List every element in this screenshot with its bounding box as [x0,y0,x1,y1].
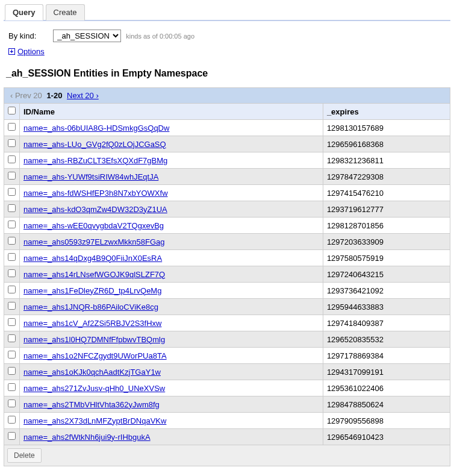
table-row: name=_ahs14rLNsefWGOJK9qlSLZF7Q129724064… [4,266,450,283]
row-checkbox[interactable] [8,269,16,277]
expires-value: 1297415476210 [323,185,450,201]
tab-query[interactable]: Query [5,4,43,20]
row-checkbox[interactable] [8,432,16,440]
table-row: name=_ahs1l0HQ7DMNfFfpbwvTBQmlg129652083… [4,331,450,348]
kinds-meta: kinds as of 0:00:05 ago [126,33,194,40]
kind-label: By kind: [8,31,36,40]
entity-link[interactable]: name=_ahs1JNQR-b86PAiloCViKe8cg [23,302,158,312]
table-row: name=_ahs1cV_Af2ZSi5RBJV2S3fHxw129741840… [4,315,450,331]
table-row: name=_ahs14qDxg4B9Q0FiiJnX0EsRA129758057… [4,250,450,266]
entity-link[interactable]: name=_ahs14qDxg4B9Q0FiiJnX0EsRA [23,254,162,263]
kind-select[interactable]: _ah_SESSION [53,30,121,42]
entity-link[interactable]: name=_ahs-wEE0qvygbdaV2TQgxevBg [23,221,164,230]
row-checkbox[interactable] [8,399,16,407]
tab-create[interactable]: Create [46,4,85,20]
table-row: name=_ahs0593z97ELzwxMkkn58FGag129720363… [4,234,450,250]
entities-table: ID/Name _expires name=_ahs-06bUIA8G-HDSm… [4,103,450,445]
delete-button[interactable]: Delete [7,448,42,463]
pager-next[interactable]: Next 20 › [67,91,99,100]
row-checkbox[interactable] [8,188,16,196]
query-section: By kind: _ah_SESSION kinds as of 0:00:05… [4,21,450,62]
table-row: name=_ahs-wEE0qvygbdaV2TQgxevBg129812870… [4,218,450,234]
expires-value: 1298321236811 [323,152,450,169]
expires-value: 1293736421092 [323,283,450,299]
expires-value: 1297909556898 [323,413,450,429]
row-checkbox[interactable] [8,416,16,424]
footer-bar: Delete [4,445,450,466]
expires-value: 1298130157689 [323,120,450,136]
entity-link[interactable]: name=_ahs-fdWSHfEP3h8N7xbYOWXfw [23,189,168,198]
entity-link[interactable]: name=_ahs14rLNsefWGOJK9qlSLZF7Q [23,270,165,279]
expires-value: 1297203633909 [323,234,450,250]
expires-value: 1294317099191 [323,364,450,380]
row-checkbox[interactable] [8,123,16,131]
row-checkbox[interactable] [8,237,16,245]
table-row: name=_ahs-fdWSHfEP3h8N7xbYOWXfw129741547… [4,185,450,201]
table-row: name=_ahs1FeDleyZR6D_tp4LrvQeMg129373642… [4,283,450,299]
expires-value: 1297418409387 [323,315,450,331]
entity-link[interactable]: name=_ahs1l0HQ7DMNfFfpbwvTBQmlg [23,335,165,344]
expires-value: 1296520835532 [323,331,450,348]
expires-value: 1298478850624 [323,396,450,413]
pager-bar: ‹ Prev 20 1-20 Next 20 › [4,87,450,103]
entity-link[interactable]: name=_ahs1FeDleyZR6D_tp4LrvQeMg [23,286,161,295]
table-row: name=_ahs2X73dLnMFZyptBrDNqaVKw129790955… [4,413,450,429]
expires-value: 1297580575919 [323,250,450,266]
header-expires: _expires [323,104,450,120]
entity-link[interactable]: name=_ahs-RBZuCLT3EfsXQXdF7gBMg [23,156,167,165]
select-all-checkbox[interactable] [8,107,16,114]
table-row: name=_ahs-kdO3qmZw4DW32D3yZ1UA1293719612… [4,201,450,218]
table-row: name=_ahs2TMbVHltVhta362yJwm8fg129847885… [4,396,450,413]
entity-link[interactable]: name=_ahs-YUWf9tsiRIW84whJEqtJA [23,172,158,181]
entity-link[interactable]: name=_ahs-06bUIA8G-HDSmkgGsQqDw [23,124,169,133]
expires-value: 1296596168368 [323,136,450,152]
row-checkbox[interactable] [8,334,16,342]
expires-value: 1295361022406 [323,380,450,396]
table-row: name=_ahs-RBZuCLT3EfsXQXdF7gBMg129832123… [4,152,450,169]
row-checkbox[interactable] [8,155,16,163]
entity-link[interactable]: name=_ahs-LUo_GVg2fQ0zLOjJCGaSQ [23,140,166,149]
expires-value: 1298128701856 [323,218,450,234]
options-link: Options [17,47,45,56]
expires-value: 1293719612777 [323,201,450,218]
pager-range: 1-20 [46,91,62,100]
pager-prev: ‹ Prev 20 [10,91,42,100]
row-checkbox[interactable] [8,302,16,310]
entity-link[interactable]: name=_ahs2X73dLnMFZyptBrDNqaVKw [23,416,166,425]
row-checkbox[interactable] [8,139,16,147]
expires-value: 1297847229308 [323,169,450,185]
row-checkbox[interactable] [8,367,16,375]
entity-link[interactable]: name=_ahs1cV_Af2ZSi5RBJV2S3fHxw [23,319,161,328]
page-title: _ah_SESSION Entities in Empty Namespace [4,68,450,79]
table-row: name=_ahs-YUWf9tsiRIW84whJEqtJA129784722… [4,169,450,185]
expand-icon: + [8,48,15,55]
expires-value: 1296546910423 [323,429,450,445]
entity-link[interactable]: name=_ahs2fWtkNh6jui9y-rIHbgukA [23,433,151,442]
options-toggle[interactable]: + Options [8,47,446,56]
row-checkbox[interactable] [8,286,16,293]
entity-link[interactable]: name=_ahs2TMbVHltVhta362yJwm8fg [23,400,160,409]
table-row: name=_ahs2fWtkNh6jui9y-rIHbgukA129654691… [4,429,450,445]
row-checkbox[interactable] [8,221,16,228]
expires-value: 1297240643215 [323,266,450,283]
table-row: name=_ahs1o2NFCZgydt9UWorPUa8TA129717886… [4,348,450,364]
expires-value: 1295944633883 [323,299,450,315]
row-checkbox[interactable] [8,318,16,326]
row-checkbox[interactable] [8,172,16,180]
table-row: name=_ahs-LUo_GVg2fQ0zLOjJCGaSQ129659616… [4,136,450,152]
tabs-bar: Query Create [4,4,450,21]
entity-link[interactable]: name=_ahs1oKJk0qchAadtKzjTGaY1w [23,368,161,377]
entity-link[interactable]: name=_ahs0593z97ELzwxMkkn58FGag [23,237,165,246]
row-checkbox[interactable] [8,253,16,261]
entity-link[interactable]: name=_ahs271ZvJusv-qHh0_UNeXVSw [23,384,165,393]
header-id: ID/Name [20,104,323,120]
expires-value: 1297178869384 [323,348,450,364]
row-checkbox[interactable] [8,204,16,212]
entity-link[interactable]: name=_ahs1o2NFCZgydt9UWorPUa8TA [23,351,167,360]
row-checkbox[interactable] [8,383,16,391]
table-row: name=_ahs1JNQR-b86PAiloCViKe8cg129594463… [4,299,450,315]
table-row: name=_ahs1oKJk0qchAadtKzjTGaY1w129431709… [4,364,450,380]
entity-link[interactable]: name=_ahs-kdO3qmZw4DW32D3yZ1UA [23,205,167,214]
row-checkbox[interactable] [8,351,16,359]
header-checkbox-cell [4,104,20,120]
